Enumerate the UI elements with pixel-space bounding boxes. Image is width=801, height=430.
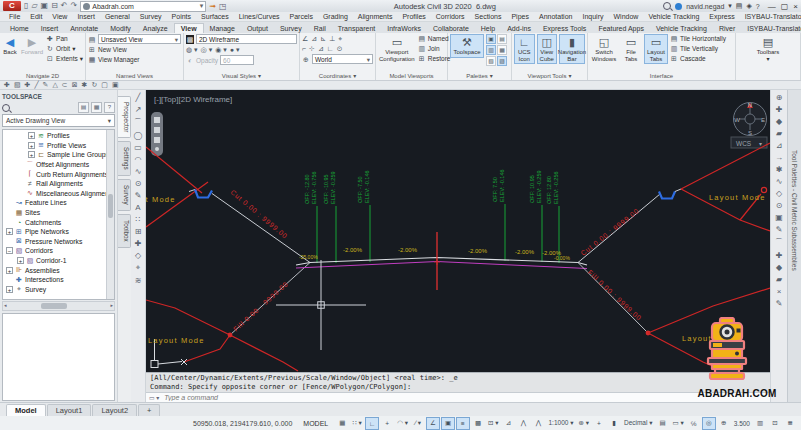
status-toggle-icon[interactable]: ℅ — [687, 417, 701, 430]
view-compass[interactable]: N E S W — [734, 102, 767, 137]
tree-item[interactable]: − ▧ Corridors — [3, 246, 114, 256]
shade-icon[interactable]: ◍ ▾ — [186, 45, 198, 54]
panel-title[interactable]: Navigate 2D — [0, 71, 85, 80]
join-viewports-button[interactable]: ▥Join — [418, 44, 451, 53]
toolspace-tab[interactable]: Survey — [118, 179, 131, 211]
item-view-icon[interactable]: ▤ — [78, 102, 89, 113]
draw-tool-icon[interactable]: ≋ — [135, 276, 142, 285]
menu-item[interactable]: File — [4, 13, 25, 20]
status-toggle-icon[interactable]: ⋀ — [516, 417, 530, 430]
palette-tool-icon[interactable]: ▣ — [775, 213, 783, 222]
menu-item[interactable]: Window — [608, 13, 643, 20]
palette-tool-icon[interactable]: ◇ — [776, 189, 782, 198]
toolspace-tab[interactable]: Settings — [118, 141, 131, 176]
expand-icon[interactable]: + — [28, 132, 35, 139]
menu-item[interactable]: Lines/Curves — [234, 13, 285, 20]
draw-tool-icon[interactable]: ⊙ — [135, 179, 142, 188]
status-toggle-icon[interactable]: ▦ — [335, 417, 349, 430]
ribbon-tab[interactable]: Collaborate — [427, 24, 475, 33]
tree-item[interactable]: ▦ Sites — [3, 208, 114, 218]
close-button[interactable]: × — [793, 2, 798, 11]
cascade-button[interactable]: ⊞Cascade — [670, 54, 726, 63]
menu-item[interactable]: Survey — [135, 13, 167, 20]
status-toggle-icon[interactable]: ⊿ — [501, 417, 515, 430]
wcs-dropdown[interactable]: WCS ▾ — [731, 137, 767, 148]
toolbar-icon[interactable]: ╱ — [34, 81, 38, 89]
orbit-button[interactable]: ↻Orbit ▾ — [46, 44, 83, 53]
layout-tab[interactable]: + — [138, 404, 160, 416]
status-toggle-icon[interactable]: ▮ — [607, 417, 621, 430]
toolbar-icon[interactable]: ▢ — [101, 81, 108, 89]
palette-tool-icon[interactable]: ⊕ — [776, 93, 783, 102]
cart-icon[interactable]: ▤ — [736, 2, 743, 10]
tree-item[interactable]: + ≌ Profile Views — [3, 141, 114, 151]
status-toggle-icon[interactable]: ⋀ — [531, 417, 545, 430]
status-toggle-icon[interactable]: ◎ — [702, 417, 716, 430]
view-manager-button[interactable]: ▦View Manager — [88, 55, 139, 64]
command-icon[interactable]: ▭ ▾ — [149, 394, 159, 401]
palette-tool-icon[interactable]: ∿ — [776, 177, 783, 186]
signin-arrow-icon[interactable]: ➟ — [209, 2, 216, 11]
status-toggle-icon[interactable]: ∕ ▾ — [411, 417, 425, 430]
palette-tool-icon[interactable]: ⊙ — [776, 201, 783, 210]
menu-item[interactable]: General — [100, 13, 135, 20]
draw-tool-icon[interactable]: ▭ — [134, 143, 142, 152]
draw-tool-icon[interactable]: ✚ — [135, 239, 142, 248]
palette-tool-icon[interactable]: ▰ — [776, 275, 782, 284]
redo-icon[interactable]: ↷ — [71, 1, 78, 11]
toolbar-icon[interactable]: ✚ — [4, 81, 10, 89]
status-toggle-icon[interactable]: ⊡ ▾ — [486, 417, 501, 430]
draw-tool-icon[interactable]: ◇ — [135, 251, 141, 260]
status-toggle-icon[interactable]: ⊕ — [717, 417, 731, 430]
navigation-bar-button[interactable]: ▮ Navigation Bar — [559, 34, 585, 64]
toolbar-icon[interactable]: ⊠ — [72, 81, 78, 89]
toolbar-icon[interactable]: ▧ — [14, 81, 21, 89]
restore-button[interactable]: ▢ — [781, 2, 789, 11]
ribbon-tab[interactable]: ISYBAU-Translator — [741, 24, 801, 33]
menu-item[interactable]: Grading — [318, 13, 353, 20]
back-button[interactable]: ◀ Back — [2, 34, 18, 58]
menu-item[interactable]: ISYBAU-Translator — [740, 13, 801, 20]
ribbon-tab[interactable]: Survey — [274, 24, 308, 33]
chevron-down-icon[interactable]: ▾ — [200, 2, 204, 10]
draw-tool-icon[interactable]: ╱ — [136, 93, 141, 102]
named-viewports-button[interactable]: ▤Named — [418, 34, 451, 43]
ribbon-tab[interactable]: InfraWorks — [381, 24, 427, 33]
tree-item[interactable]: ∿ Miscellaneous Alignments — [3, 189, 114, 199]
palette-tool-icon[interactable]: ◆ — [776, 263, 782, 272]
menu-item[interactable]: Express — [704, 13, 739, 20]
menu-item[interactable]: Parcels — [285, 13, 318, 20]
new-view-button[interactable]: ⊞New View — [88, 45, 127, 54]
ribbon-tab[interactable]: Vehicle Tracking — [650, 24, 713, 33]
expand-icon[interactable]: + — [6, 267, 13, 274]
toolbar-icon[interactable]: ✱ — [82, 81, 88, 89]
status-toggle-icon[interactable]: + — [592, 417, 606, 430]
search-icon[interactable] — [663, 2, 671, 10]
expand-icon[interactable]: − — [6, 247, 13, 254]
palette-grid[interactable]: ▣▤▥▦▧▨ — [486, 34, 507, 66]
status-toggle-icon[interactable]: ∷ ▾ — [350, 417, 364, 430]
palette-tool-icon[interactable]: ✚ — [776, 105, 783, 114]
draw-tool-icon[interactable]: ⊞ — [135, 227, 142, 236]
draw-tool-icon[interactable]: A — [135, 203, 140, 212]
ribbon-tab[interactable]: Manage — [204, 24, 241, 33]
view-cube-button[interactable]: ◫ View Cube — [537, 34, 558, 64]
ribbon-tab[interactable]: Add-ins — [501, 24, 537, 33]
tree-item[interactable]: ✚ Intersections — [3, 275, 114, 285]
drawing-view-dropdown[interactable]: Active Drawing View▾ — [2, 114, 115, 127]
save-icon[interactable]: ▣ — [41, 1, 49, 11]
help-icon[interactable]: ? — [104, 102, 115, 113]
draw-tool-icon[interactable]: ✎ — [135, 191, 142, 200]
palette-tool-icon[interactable]: ✎ — [776, 299, 783, 308]
menu-item[interactable]: Sections — [470, 13, 507, 20]
tool-palette-titlebar[interactable]: Tool Palettes - Civil Metric Subassembli… — [787, 90, 801, 402]
toolbars-button[interactable]: ▤ Toolbars▾ — [751, 34, 785, 64]
status-toggle-icon[interactable]: ⊛ ▾ — [576, 417, 591, 430]
draw-tool-icon[interactable]: ∿ — [135, 167, 142, 176]
ribbon-tab[interactable]: Featured Apps — [592, 24, 650, 33]
user-name[interactable]: navid.negad — [686, 3, 724, 10]
layout-tab[interactable]: Layout1 — [47, 404, 92, 416]
expand-icon[interactable]: + — [6, 228, 13, 235]
ribbon-tab[interactable]: Modify — [104, 24, 137, 33]
share-icon[interactable]: ◈ — [746, 2, 751, 10]
